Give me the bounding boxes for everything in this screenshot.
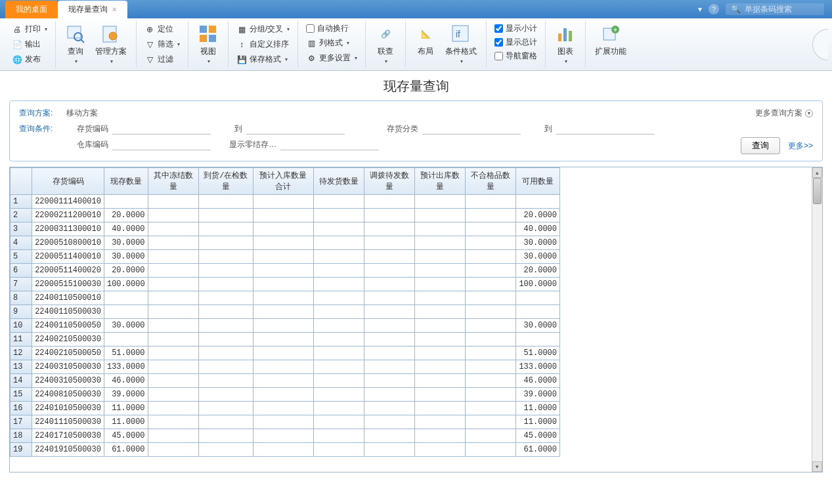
print-button[interactable]: 🖨打印▾ [9, 22, 50, 36]
table-cell [148, 264, 198, 278]
table-cell: 20.0000 [516, 264, 560, 278]
scroll-up-icon[interactable]: ▴ [812, 167, 822, 178]
magnifier-icon [65, 24, 86, 45]
table-row[interactable]: 182240171050003045.000045.0000 [11, 429, 560, 443]
table-cell [415, 346, 466, 360]
stock-cat-to-input[interactable] [556, 123, 655, 135]
table-cell [313, 278, 364, 291]
table-row[interactable]: 42200051080001030.000030.0000 [11, 236, 560, 250]
table-cell [148, 346, 198, 360]
table-header[interactable]: 现存数量 [104, 168, 148, 195]
table-row[interactable]: 722000515100030100.0000100.0000 [11, 278, 560, 291]
printer-icon: 🖨 [12, 24, 22, 35]
table-cell [466, 402, 516, 415]
group-button[interactable]: ▦分组/交叉▾ [234, 22, 292, 36]
table-header[interactable]: 可用数量 [516, 168, 560, 195]
showsub-checkbox[interactable]: 显示小计 [492, 22, 540, 35]
stock-code-to-input[interactable] [246, 123, 345, 135]
table-row[interactable]: 122240021050005051.000051.0000 [11, 346, 560, 360]
close-icon[interactable]: ✕ [112, 6, 117, 13]
query-submit-button[interactable]: 查询 [741, 137, 780, 154]
table-cell [253, 236, 313, 250]
table-header[interactable]: 存货编码 [32, 168, 104, 195]
table-row[interactable]: 142240031050003046.000046.0000 [11, 374, 560, 388]
table-cell [466, 264, 516, 278]
filter-button[interactable]: ▽筛选▾ [142, 37, 183, 51]
more-plans-button[interactable]: 更多查询方案 ▾ [755, 108, 813, 119]
table-row[interactable]: 1122400210500030 [11, 333, 560, 346]
table-cell [415, 264, 466, 278]
link-button[interactable]: 🔗联查▾ [371, 22, 400, 66]
warehouse-input[interactable] [112, 138, 211, 150]
table-cell [253, 443, 313, 457]
table-cell [198, 222, 253, 236]
table-cell [415, 209, 466, 222]
table-row[interactable]: 192240191050003061.000061.0000 [11, 443, 560, 457]
table-cell: 22401910500030 [32, 443, 104, 457]
table-row[interactable]: 52200051140001030.000030.0000 [11, 250, 560, 264]
locate-button[interactable]: ⊕定位 [142, 22, 183, 36]
table-row[interactable]: 152240081050003039.000039.0000 [11, 388, 560, 402]
showtotal-checkbox[interactable]: 显示总计 [492, 36, 540, 49]
tab-desktop[interactable]: 我的桌面 [5, 1, 58, 18]
view-button[interactable]: 视图▾ [194, 22, 223, 66]
query-panel: 查询方案: 移动方案 更多查询方案 ▾ 查询条件: 存货编码 到 存货分类 到 … [9, 100, 823, 161]
table-header[interactable]: 其中冻结数量 [148, 168, 198, 195]
table-row[interactable]: 922400110500030 [11, 305, 560, 319]
table-header[interactable]: 预计出库数量 [415, 168, 466, 195]
stock-cat-input[interactable] [422, 123, 521, 135]
export-button[interactable]: 📄输出 [9, 37, 50, 51]
table-row[interactable]: 122000111400010 [11, 195, 560, 209]
table-header[interactable]: 待发货数量 [313, 168, 364, 195]
table-row[interactable]: 1322400310500030133.0000133.0000 [11, 360, 560, 374]
table-row[interactable]: 62200051140002020.000020.0000 [11, 264, 560, 278]
table-cell [364, 195, 414, 209]
publish-button[interactable]: 🌐发布 [9, 52, 50, 66]
chevron-down-icon: ▾ [177, 41, 180, 47]
plan-value[interactable]: 移动方案 [66, 108, 98, 119]
table-header[interactable] [11, 168, 32, 195]
table-header[interactable]: 调拨待发数量 [364, 168, 414, 195]
query-button[interactable]: 查询▾ [61, 22, 90, 66]
ribbon-collapse[interactable] [812, 29, 828, 60]
condfmt-button[interactable]: if条件格式▾ [441, 22, 481, 66]
stock-code-input[interactable] [112, 123, 211, 135]
table-cell [148, 443, 198, 457]
scroll-thumb[interactable] [813, 178, 821, 204]
table-row[interactable]: 172240111050003011.000011.0000 [11, 415, 560, 429]
table-cell [313, 236, 364, 250]
autowrap-checkbox[interactable]: 自动换行 [303, 22, 360, 35]
search-box[interactable]: 🔍 [726, 3, 824, 15]
table-header[interactable]: 不合格品数量 [466, 168, 516, 195]
layout-button[interactable]: 📐布局 [411, 22, 440, 58]
table-row[interactable]: 162240101050003011.000011.0000 [11, 402, 560, 415]
more-link[interactable]: 更多>> [788, 140, 813, 152]
table-cell: 8 [11, 291, 32, 305]
ribbon-group-view: 视图▾ [188, 21, 229, 68]
vertical-scrollbar[interactable]: ▴ ▾ [812, 167, 822, 472]
moreset-button[interactable]: ⚙更多设置▾ [303, 51, 360, 65]
colfmt-button[interactable]: ▥列格式▾ [303, 36, 360, 50]
sort-button[interactable]: ↕自定义排序 [234, 37, 292, 51]
search-input[interactable] [745, 5, 819, 14]
savefmt-button[interactable]: 💾保存格式▾ [234, 52, 292, 66]
chevron-down-icon: ▾ [460, 58, 463, 64]
ext-button[interactable]: +扩展功能 [591, 22, 630, 58]
table-header[interactable]: 到货/在检数量 [198, 168, 253, 195]
table-row[interactable]: 822400110500010 [11, 291, 560, 305]
table-row[interactable]: 22200021120001020.000020.0000 [11, 209, 560, 222]
help-icon[interactable]: ? [709, 4, 719, 14]
dropdown-icon[interactable]: ▾ [698, 5, 702, 14]
filter2-button[interactable]: ▽过滤 [142, 52, 183, 66]
tab-current[interactable]: 现存量查询 ✕ [58, 1, 127, 18]
table-cell [198, 305, 253, 319]
showzero-input[interactable] [280, 138, 379, 150]
scroll-down-icon[interactable]: ▾ [812, 461, 822, 472]
table-header[interactable]: 预计入库数量合计 [253, 168, 313, 195]
navpane-checkbox[interactable]: 导航窗格 [492, 50, 540, 62]
table-row[interactable]: 102240011050005030.000030.0000 [11, 319, 560, 333]
table-cell [466, 195, 516, 209]
table-row[interactable]: 32200031130001040.000040.0000 [11, 222, 560, 236]
chart-button[interactable]: 图表▾ [551, 22, 580, 66]
manage-plan-button[interactable]: 管理方案▾ [91, 22, 131, 66]
